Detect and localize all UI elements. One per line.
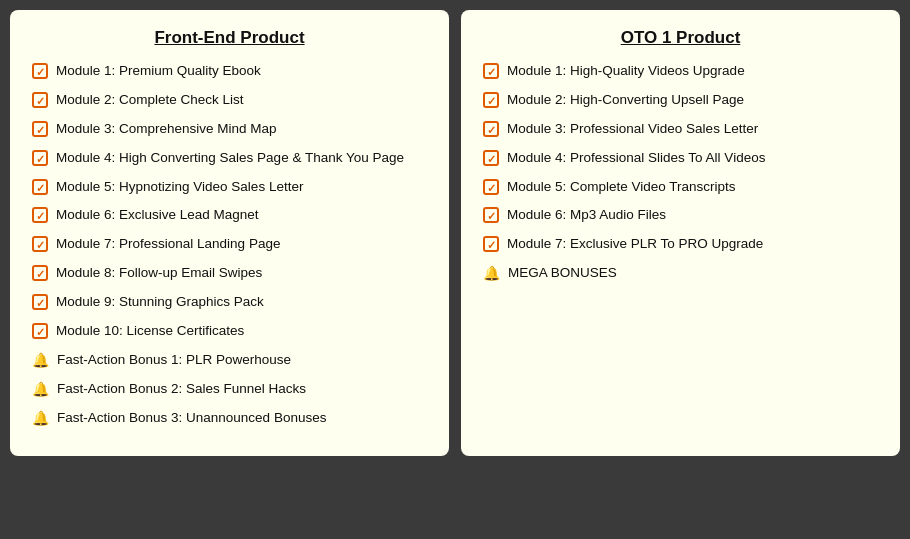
- item-text: Module 2: Complete Check List: [56, 91, 244, 110]
- check-icon: ✓: [32, 207, 48, 223]
- list-item: ✓Module 1: High-Quality Videos Upgrade: [483, 62, 878, 81]
- item-text: Module 10: License Certificates: [56, 322, 244, 341]
- list-item: ✓Module 3: Comprehensive Mind Map: [32, 120, 427, 139]
- right-column: OTO 1 Product ✓Module 1: High-Quality Vi…: [461, 10, 900, 456]
- check-icon: ✓: [32, 236, 48, 252]
- item-text: Module 6: Mp3 Audio Files: [507, 206, 666, 225]
- check-icon: ✓: [32, 92, 48, 108]
- left-module-list: ✓Module 1: Premium Quality Ebook✓Module …: [32, 62, 427, 428]
- check-icon: ✓: [483, 179, 499, 195]
- columns-wrapper: Front-End Product ✓Module 1: Premium Qua…: [10, 10, 900, 456]
- check-icon: ✓: [32, 121, 48, 137]
- item-text: MEGA BONUSES: [508, 264, 617, 283]
- list-item: ✓Module 5: Complete Video Transcripts: [483, 178, 878, 197]
- item-text: Module 4: Professional Slides To All Vid…: [507, 149, 765, 168]
- list-item: ✓Module 6: Mp3 Audio Files: [483, 206, 878, 225]
- right-module-list: ✓Module 1: High-Quality Videos Upgrade✓M…: [483, 62, 878, 283]
- check-icon: ✓: [483, 207, 499, 223]
- item-text: Module 4: High Converting Sales Page & T…: [56, 149, 404, 168]
- check-icon: ✓: [483, 121, 499, 137]
- bell-icon: 🔔: [483, 265, 500, 281]
- list-item: 🔔MEGA BONUSES: [483, 264, 878, 283]
- list-item: ✓Module 3: Professional Video Sales Lett…: [483, 120, 878, 139]
- check-icon: ✓: [483, 150, 499, 166]
- list-item: ✓Module 7: Professional Landing Page: [32, 235, 427, 254]
- item-text: Module 9: Stunning Graphics Pack: [56, 293, 264, 312]
- list-item: 🔔Fast-Action Bonus 2: Sales Funnel Hacks: [32, 380, 427, 399]
- left-column: Front-End Product ✓Module 1: Premium Qua…: [10, 10, 449, 456]
- item-text: Fast-Action Bonus 2: Sales Funnel Hacks: [57, 380, 306, 399]
- item-text: Module 1: Premium Quality Ebook: [56, 62, 261, 81]
- item-text: Module 3: Comprehensive Mind Map: [56, 120, 277, 139]
- list-item: 🔔Fast-Action Bonus 1: PLR Powerhouse: [32, 351, 427, 370]
- list-item: ✓Module 1: Premium Quality Ebook: [32, 62, 427, 81]
- check-icon: ✓: [32, 323, 48, 339]
- list-item: ✓Module 2: High-Converting Upsell Page: [483, 91, 878, 110]
- check-icon: ✓: [32, 179, 48, 195]
- list-item: 🔔Fast-Action Bonus 3: Unannounced Bonuse…: [32, 409, 427, 428]
- list-item: ✓Module 9: Stunning Graphics Pack: [32, 293, 427, 312]
- list-item: ✓Module 4: Professional Slides To All Vi…: [483, 149, 878, 168]
- item-text: Module 5: Hypnotizing Video Sales Letter: [56, 178, 303, 197]
- item-text: Module 5: Complete Video Transcripts: [507, 178, 736, 197]
- item-text: Fast-Action Bonus 3: Unannounced Bonuses: [57, 409, 326, 428]
- check-icon: ✓: [483, 236, 499, 252]
- list-item: ✓Module 6: Exclusive Lead Magnet: [32, 206, 427, 225]
- item-text: Module 3: Professional Video Sales Lette…: [507, 120, 758, 139]
- list-item: ✓Module 7: Exclusive PLR To PRO Upgrade: [483, 235, 878, 254]
- item-text: Module 7: Exclusive PLR To PRO Upgrade: [507, 235, 763, 254]
- list-item: ✓Module 4: High Converting Sales Page & …: [32, 149, 427, 168]
- list-item: ✓Module 10: License Certificates: [32, 322, 427, 341]
- item-text: Module 8: Follow-up Email Swipes: [56, 264, 262, 283]
- list-item: ✓Module 5: Hypnotizing Video Sales Lette…: [32, 178, 427, 197]
- bell-icon: 🔔: [32, 410, 49, 426]
- item-text: Module 1: High-Quality Videos Upgrade: [507, 62, 745, 81]
- item-text: Module 6: Exclusive Lead Magnet: [56, 206, 259, 225]
- list-item: ✓Module 2: Complete Check List: [32, 91, 427, 110]
- item-text: Module 7: Professional Landing Page: [56, 235, 280, 254]
- check-icon: ✓: [32, 265, 48, 281]
- check-icon: ✓: [483, 92, 499, 108]
- check-icon: ✓: [32, 150, 48, 166]
- check-icon: ✓: [32, 294, 48, 310]
- check-icon: ✓: [483, 63, 499, 79]
- left-column-title: Front-End Product: [32, 28, 427, 48]
- right-column-title: OTO 1 Product: [483, 28, 878, 48]
- item-text: Fast-Action Bonus 1: PLR Powerhouse: [57, 351, 291, 370]
- bell-icon: 🔔: [32, 381, 49, 397]
- item-text: Module 2: High-Converting Upsell Page: [507, 91, 744, 110]
- bell-icon: 🔔: [32, 352, 49, 368]
- list-item: ✓Module 8: Follow-up Email Swipes: [32, 264, 427, 283]
- check-icon: ✓: [32, 63, 48, 79]
